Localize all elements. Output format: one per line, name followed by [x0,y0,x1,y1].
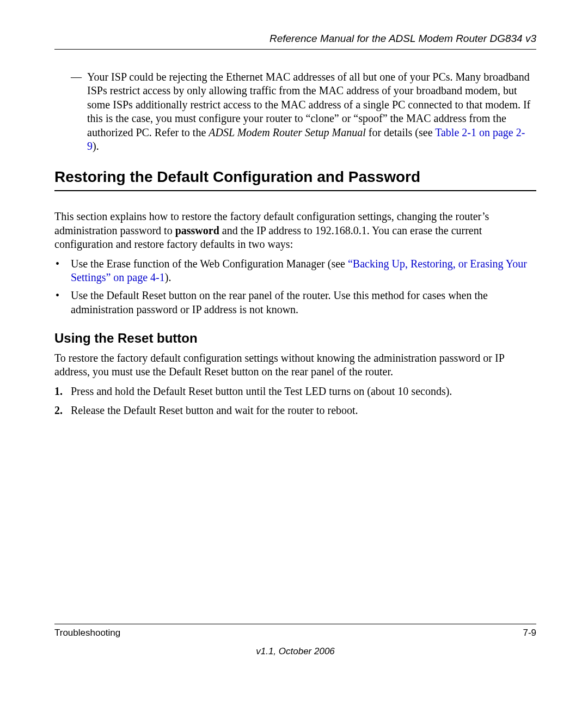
sub-intro-paragraph: To restore the factory default configura… [54,351,536,379]
bullet-text-1: Use the Default Reset button on the rear… [71,289,488,315]
dash-marker: — [71,70,87,153]
step-text: Release the Default Reset button and wai… [71,404,536,417]
bullet-content: Use the Default Reset button on the rear… [71,289,536,317]
page-content: Reference Manual for the ADSL Modem Rout… [0,0,588,418]
step-number: 2. [54,404,71,417]
dash-text-2: for details (see [366,126,435,138]
dash-list-item: — Your ISP could be rejecting the Ethern… [71,70,536,153]
header-title: Reference Manual for the ADSL Modem Rout… [54,33,536,49]
dash-text-3: ). [93,140,99,152]
dash-content: Your ISP could be rejecting the Ethernet… [87,70,536,153]
list-item: • Use the Default Reset button on the re… [54,289,536,317]
dash-ref-italic: ADSL Modem Router Setup Manual [209,126,366,138]
intro-paragraph: This section explains how to restore the… [54,210,536,251]
subheading: Using the Reset button [54,331,536,346]
bullet-list: • Use the Erase function of the Web Conf… [54,257,536,317]
footer-page-number: 7-9 [523,628,536,638]
bullet-content: Use the Erase function of the Web Config… [71,257,536,285]
bullet-marker: • [54,289,71,317]
footer-version: v1.1, October 2006 [54,646,536,657]
bullet-text-2: ). [165,271,171,283]
heading-rule [54,190,536,191]
ordered-list: 1. Press and hold the Default Reset butt… [54,385,536,418]
step-text: Press and hold the Default Reset button … [71,385,536,398]
header-rule [54,49,536,50]
list-item: • Use the Erase function of the Web Conf… [54,257,536,285]
footer-left: Troubleshooting [54,628,120,638]
bullet-text-1: Use the Erase function of the Web Config… [71,258,348,270]
list-item: 1. Press and hold the Default Reset butt… [54,385,536,398]
list-item: 2. Release the Default Reset button and … [54,404,536,417]
step-number: 1. [54,385,71,398]
footer-row: Troubleshooting 7-9 [54,628,536,638]
bullet-marker: • [54,257,71,285]
intro-bold: password [175,224,219,236]
footer-rule [54,624,536,624]
footer: Troubleshooting 7-9 v1.1, October 2006 [54,624,536,657]
section-heading: Restoring the Default Configuration and … [54,168,536,186]
